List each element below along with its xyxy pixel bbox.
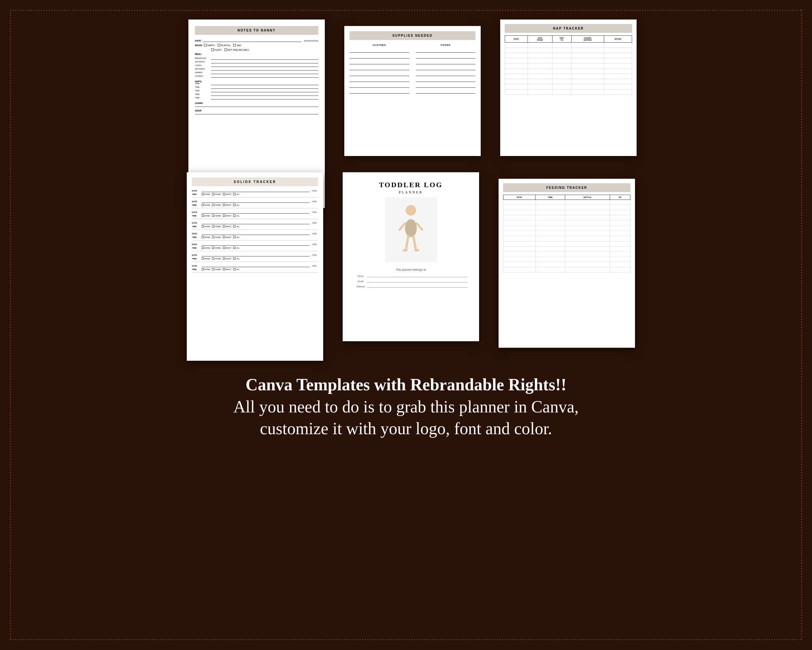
solids-row-7: DATEI ATE TIMENONESOMEMOSTALL [192,254,318,262]
mood-checkboxes-2: FUZZY NOT FEELING WELL [211,49,249,51]
solids-row-1: DATE I ATE TIME NONE SOME MOST ALL [192,190,318,197]
feeding-table: DATE TIME BOTTLE OZ [503,195,630,273]
clothes-col: CLOTHES [350,44,409,93]
svg-line-5 [414,236,416,249]
foods-col: FOODS [416,44,476,93]
svg-line-2 [400,223,405,230]
svg-point-6 [403,249,408,252]
svg-line-4 [406,236,408,249]
learn-label: LEARN [195,102,318,104]
solids-row-6: DATEI ATE TIMENONESOMEMOSTALL [192,243,318,251]
baby-image [385,197,437,262]
nap-tracker-card: NAP TRACKER DATE NAPFROM NAPTO HOURSNAPP… [500,20,636,156]
day-labels: M/T/W/TH/F/S/S [304,40,318,42]
feeding-tracker-card: FEEDING TRACKER DATE TIME BOTTLE OZ [499,179,635,348]
date-line [203,39,301,42]
solids-row-2: DATEI ATE TIMENONESOMEMOSTALL [192,200,318,208]
solids-row-4: DATEI ATE TIMENONESOMEMOSTALL [192,222,318,230]
info-fields: Name Email Address [354,274,467,289]
meals-section: BREAKFAST AM SNACK LUNCH PM SNACK DINNER… [195,57,318,78]
solids-header: SOLIDS TRACKER [192,177,318,186]
toddler-log-card: TODDLER LOG PLANNER [343,172,479,341]
supplies-header: SUPPLIES NEEDED [350,31,476,40]
naps-label: NAPS: [195,80,318,83]
template-row-2: SOLIDS TRACKER DATE I ATE TIME NONE SOME… [20,198,792,361]
svg-line-3 [417,223,422,230]
notes-nanny-header: NOTES TO NANNY [195,26,318,35]
main-content: NOTES TO NANNY DATE: M/T/W/TH/F/S/S MOOD… [20,20,792,630]
nap-header: NAP TRACKER [505,24,632,33]
bottom-text-section: Canva Templates with Rebrandable Rights!… [234,374,579,440]
date-label: DATE: [195,40,202,42]
supplies-columns: CLOTHES FOODS [350,44,476,93]
bottom-line-1: Canva Templates with Rebrandable Rights!… [234,374,579,396]
svg-point-1 [405,219,417,237]
addr-label: ADDR [195,110,318,112]
solids-row-3: DATEI ATE TIMENONESOMEMOSTALL [192,211,318,219]
foods-header: FOODS [416,44,476,46]
svg-point-0 [406,205,416,216]
solids-row-8: DATEI ATE TIMENONESOMEMOSTALL [192,265,318,273]
meal-label: MEAL: [195,53,202,55]
supplies-needed-card: SUPPLIES NEEDED CLOTHES FOODS [344,26,481,156]
bottom-line-2: All you need to do is to grab this plann… [234,396,579,418]
nap-table: DATE NAPFROM NAPTO HOURSNAPPED NOTES [505,35,632,95]
solids-row-5: DATEI ATE TIMENONESOMEMOSTALL [192,232,318,240]
nap-card-wrapper: NAP TRACKER DATE NAPFROM NAPTO HOURSNAPP… [500,20,643,156]
svg-point-7 [414,249,419,252]
mood-label: MOOD: [195,44,203,46]
toddler-log-subtitle: PLANNER [399,190,423,194]
solids-tracker-card: SOLIDS TRACKER DATE I ATE TIME NONE SOME… [187,172,323,361]
bottom-line-3: customize it with your logo, font and co… [234,418,579,440]
mood-checkboxes: NAPPY PLAYFUL SAD [204,44,241,46]
clothes-header: CLOTHES [350,44,409,46]
belongs-to-text: This planner belongs to [395,268,426,271]
toddler-log-title: TODDLER LOG [379,181,443,189]
feeding-header: FEEDING TRACKER [503,183,630,192]
